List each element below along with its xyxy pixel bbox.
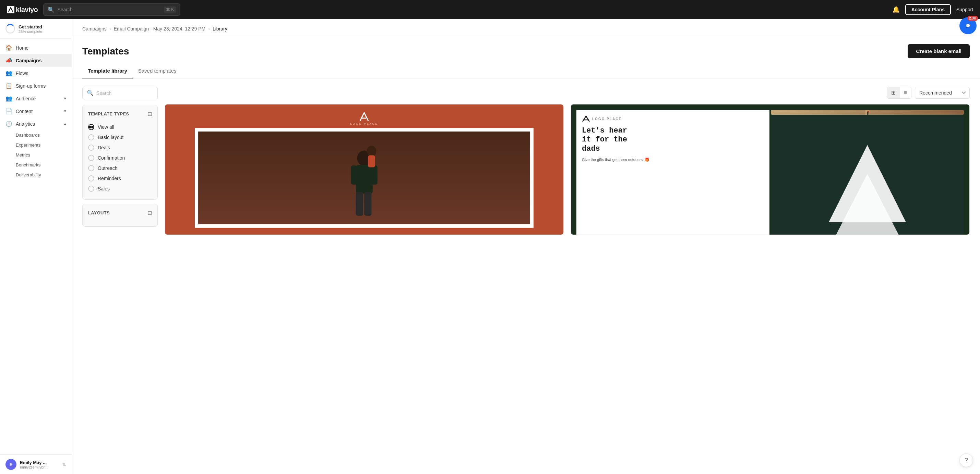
- sidebar-item-campaigns-label: Campaigns: [16, 58, 41, 63]
- sidebar-item-home-label: Home: [16, 45, 29, 51]
- layouts-collapse-button[interactable]: ⊟: [148, 209, 152, 216]
- filter-confirmation[interactable]: Confirmation: [88, 153, 152, 163]
- progress-ring: [5, 24, 15, 33]
- filter-deals[interactable]: Deals: [88, 143, 152, 153]
- global-search-bar[interactable]: 🔍 ⌘ K: [43, 3, 180, 16]
- sidebar-item-dashboards[interactable]: Dashboards: [0, 130, 72, 140]
- main-content: Campaigns › Email Campaign - May 23, 202…: [72, 19, 980, 474]
- template-card-1[interactable]: LOGO PLACE: [165, 104, 564, 235]
- sort-select[interactable]: Recommended: [915, 87, 970, 98]
- tab-saved-templates[interactable]: Saved templates: [133, 64, 182, 78]
- global-search-input[interactable]: [57, 7, 161, 12]
- page-header: Templates Create blank email: [72, 36, 980, 58]
- tab-template-library[interactable]: Template library: [82, 64, 133, 78]
- filter-view-all[interactable]: View all: [88, 122, 152, 132]
- sidebar-item-benchmarks[interactable]: Benchmarks: [0, 160, 72, 170]
- audience-icon: 👥: [5, 95, 12, 102]
- sidebar-nav: 🏠 Home 📣 Campaigns 👥 Flows 📋 Sign-up for…: [0, 39, 72, 455]
- home-icon: 🏠: [5, 44, 12, 51]
- filter-reminders-radio[interactable]: [88, 175, 94, 182]
- sidebar-item-signup-forms[interactable]: 📋 Sign-up forms: [0, 79, 72, 92]
- svg-rect-2: [356, 165, 372, 194]
- svg-point-12: [868, 110, 869, 111]
- svg-rect-8: [368, 155, 375, 168]
- sidebar-item-metrics[interactable]: Metrics: [0, 150, 72, 160]
- top-navigation: klaviyo 🔍 ⌘ K 🔔 Account Plans Support: [0, 0, 980, 19]
- logo-text: klaviyo: [16, 6, 38, 14]
- sidebar-item-audience[interactable]: 👥 Audience ▾: [0, 92, 72, 105]
- campaigns-icon: 📣: [5, 57, 12, 64]
- breadcrumb-sep-1: ›: [110, 26, 111, 32]
- breadcrumb-sep-2: ›: [208, 26, 210, 32]
- breadcrumb: Campaigns › Email Campaign - May 23, 202…: [72, 19, 980, 36]
- filter-reminders[interactable]: Reminders: [88, 173, 152, 184]
- filter-basic-layout-radio[interactable]: [88, 134, 94, 140]
- filter-outreach[interactable]: Outreach: [88, 163, 152, 173]
- sidebar-item-deliverability[interactable]: Deliverability: [0, 170, 72, 180]
- layouts-title: Layouts: [88, 210, 110, 216]
- audience-chevron-icon: ▾: [64, 96, 66, 101]
- grid-view-button[interactable]: ⊞: [887, 87, 900, 98]
- templates-toolbar: ⊞ ≡ Recommended: [165, 87, 970, 98]
- sidebar-item-analytics-label: Analytics: [16, 121, 35, 127]
- template-types-collapse-button[interactable]: ⊟: [148, 111, 152, 117]
- analytics-chevron-icon: ▴: [64, 122, 66, 126]
- svg-rect-6: [364, 192, 371, 216]
- sidebar-item-home[interactable]: 🏠 Home: [0, 41, 72, 54]
- get-started-section[interactable]: Get started 25% complete: [0, 19, 72, 39]
- helper-badge: 2.3K: [967, 16, 978, 21]
- filter-sales-label: Sales: [98, 186, 110, 192]
- breadcrumb-campaigns[interactable]: Campaigns: [82, 26, 107, 32]
- filter-reminders-label: Reminders: [98, 176, 121, 181]
- analytics-icon: 🕐: [5, 120, 12, 127]
- sidebar-item-deliverability-label: Deliverability: [16, 172, 41, 178]
- helper-bubble[interactable]: 💬 2.3K: [959, 17, 977, 34]
- create-blank-email-button[interactable]: Create blank email: [908, 44, 970, 58]
- user-avatar: E: [5, 459, 16, 470]
- support-button[interactable]: Support: [956, 7, 973, 12]
- content-icon: 📄: [5, 108, 12, 114]
- filter-sales[interactable]: Sales: [88, 184, 152, 194]
- filter-outreach-radio[interactable]: [88, 165, 94, 171]
- filter-basic-layout-label: Basic layout: [98, 135, 123, 140]
- account-plans-button[interactable]: Account Plans: [905, 4, 951, 15]
- signup-forms-icon: 📋: [5, 82, 12, 89]
- topnav-right: 🔔 Account Plans Support: [892, 4, 973, 15]
- list-view-button[interactable]: ≡: [900, 87, 911, 98]
- sidebar-item-experiments[interactable]: Experiments: [0, 140, 72, 150]
- sidebar-item-analytics[interactable]: 🕐 Analytics ▴: [0, 117, 72, 130]
- breadcrumb-campaign[interactable]: Email Campaign - May 23, 2024, 12:29 PM: [114, 26, 206, 32]
- content-area: 🔍 Template types ⊟ View all: [72, 78, 980, 243]
- template-search-bar[interactable]: 🔍: [82, 87, 158, 99]
- view-toggle: ⊞ ≡: [887, 87, 912, 98]
- filter-panel: 🔍 Template types ⊟ View all: [82, 87, 158, 235]
- sidebar-item-campaigns[interactable]: 📣 Campaigns: [0, 54, 72, 67]
- sidebar-item-flows[interactable]: 👥 Flows: [0, 67, 72, 79]
- filter-confirmation-radio[interactable]: [88, 155, 94, 161]
- filter-confirmation-label: Confirmation: [98, 155, 125, 161]
- template1-logo-icon: [358, 111, 370, 122]
- filter-outreach-label: Outreach: [98, 165, 118, 171]
- breadcrumb-current: Library: [213, 26, 228, 32]
- search-icon: 🔍: [48, 6, 54, 13]
- user-menu-icon[interactable]: ⇅: [62, 462, 66, 467]
- sidebar-footer: E Emily May ... emily@emilybr... ⇅: [0, 455, 72, 474]
- sidebar-item-content[interactable]: 📄 Content ▾: [0, 105, 72, 117]
- svg-point-7: [367, 146, 376, 157]
- sidebar-item-experiments-label: Experiments: [16, 143, 40, 147]
- notifications-icon[interactable]: 🔔: [892, 6, 900, 13]
- templates-area: ⊞ ≡ Recommended: [165, 87, 970, 235]
- get-started-title: Get started: [19, 24, 43, 29]
- help-button[interactable]: ?: [959, 453, 973, 467]
- svg-rect-0: [7, 6, 14, 13]
- template-card-2[interactable]: LOGO PLACE Let's hearit for thedads Give…: [571, 104, 970, 235]
- filter-basic-layout[interactable]: Basic layout: [88, 132, 152, 143]
- template-types-title: Template types: [88, 111, 129, 116]
- template2-subtext: Give the gifts that get them outdoors. 🎁: [582, 157, 764, 162]
- filter-view-all-radio[interactable]: [88, 124, 94, 130]
- filter-sales-radio[interactable]: [88, 185, 94, 192]
- template-search-input[interactable]: [96, 90, 156, 96]
- sidebar-item-dashboards-label: Dashboards: [16, 133, 40, 138]
- filter-deals-radio[interactable]: [88, 144, 94, 151]
- app-logo: klaviyo: [7, 6, 38, 14]
